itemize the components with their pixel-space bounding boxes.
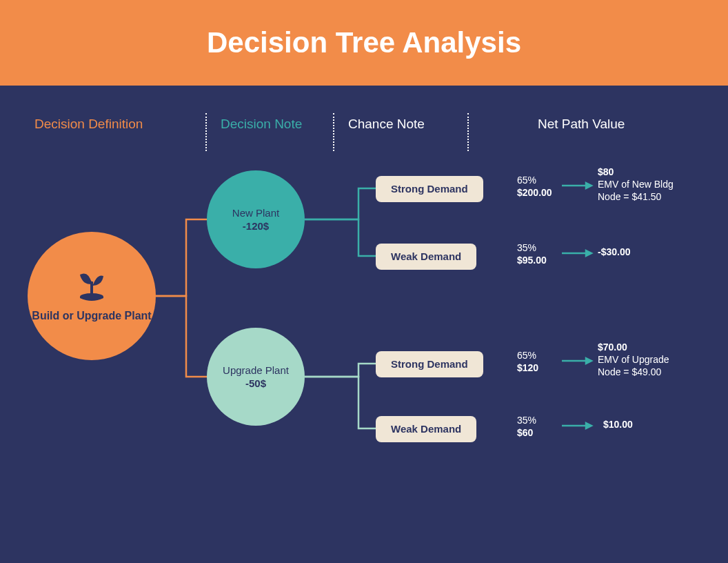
value-new-strong: 65% $200.00 [517,175,552,198]
legend-decision-definition: Decision Definition [34,117,207,132]
new-plant-name: New Plant [232,207,279,219]
decision-tree-diagram: Build or Upgrade Plant New Plant -120$ U… [0,132,728,173]
chance-strong-demand-upgrade: Strong Demand [376,351,483,377]
root-decision-node: Build or Upgrade Plant [28,232,156,360]
new-plant-node: New Plant -120$ [207,170,305,268]
root-label: Build or Upgrade Plant [32,309,151,324]
value-upgrade-strong: 65% $120 [517,350,538,373]
result-new-weak: -$30.00 [598,246,630,257]
upgrade-plant-node: Upgrade Plant -50$ [207,328,305,426]
upgrade-plant-cost: -50$ [245,377,266,389]
legend-decision-note: Decision Note [207,117,334,132]
result-upgrade-weak: $10.00 [603,419,633,430]
svg-marker-5 [586,358,592,364]
svg-marker-1 [586,183,592,188]
header: Decision Tree Analysis [0,0,728,86]
svg-marker-7 [586,423,592,428]
new-plant-cost: -120$ [243,220,269,232]
chance-weak-demand-upgrade: Weak Demand [376,416,476,442]
chance-weak-demand-new: Weak Demand [376,244,476,270]
legend-chance-note: Chance Note [334,117,469,132]
legend-net-path-value: Net Path Value [469,117,694,132]
page-title: Decision Tree Analysis [207,26,521,59]
plant-icon [74,269,109,304]
result-new-strong: $80 EMV of New Bldg Node = $41.50 [598,166,674,202]
value-upgrade-weak: 35% $60 [517,415,536,438]
upgrade-plant-name: Upgrade Plant [223,364,289,376]
svg-marker-3 [586,250,592,256]
chance-strong-demand-new: Strong Demand [376,176,483,202]
value-new-weak: 35% $95.00 [517,242,547,266]
legend-row: Decision Definition Decision Note Chance… [0,86,728,132]
result-upgrade-strong: $70.00 EMV of Upgrade Node = $49.00 [598,342,669,377]
